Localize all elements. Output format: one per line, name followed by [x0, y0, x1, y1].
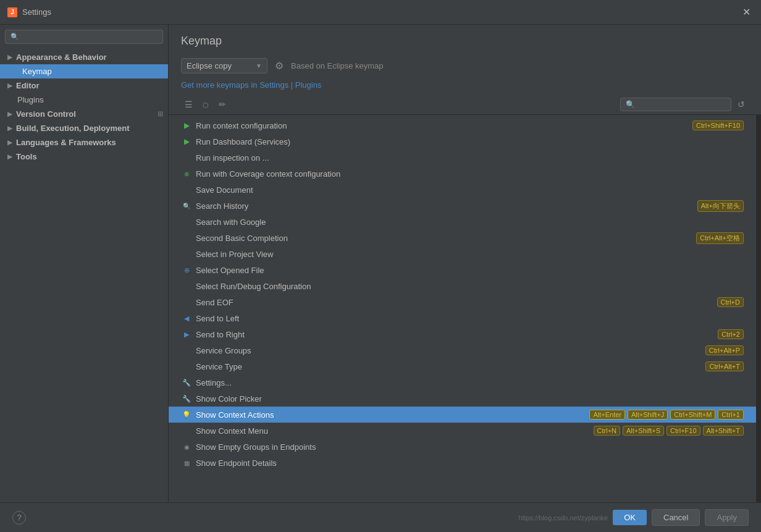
empty-icon — [181, 184, 192, 195]
toolbar: ☰ ⬡ ✏ ↺ — [169, 95, 761, 115]
table-row[interactable]: Search with Google — [169, 214, 756, 230]
row-label: Run inspection on ... — [196, 153, 744, 163]
row-label: Run Dashboard (Services) — [196, 137, 744, 146]
sidebar-item-tools[interactable]: ▶ Tools — [0, 150, 168, 164]
row-label: Save Document — [196, 185, 744, 195]
row-label: Send to Right — [196, 330, 718, 339]
table-row[interactable]: Select in Project View — [169, 246, 756, 262]
dialog-title: Settings — [22, 7, 51, 17]
target-icon: ⊕ — [181, 264, 192, 276]
shortcuts: Ctrl+N Alt+Shift+S Ctrl+F10 Alt+Shift+T — [594, 426, 744, 436]
arrow-icon: ▶ — [7, 111, 12, 117]
table-row[interactable]: ◀ Send to Left — [169, 310, 756, 326]
shortcut-badge: Ctrl+1 — [718, 410, 744, 420]
scrollbar[interactable] — [756, 115, 761, 502]
table-row[interactable]: 💡 Show Context Actions Alt+Enter Alt+Shi… — [169, 407, 756, 423]
shortcuts: Ctrl+Alt+P — [705, 345, 744, 355]
table-row[interactable]: Service Type Ctrl+Alt+T — [169, 358, 756, 374]
row-label: Service Type — [196, 362, 705, 371]
arrow-icon: ▶ — [7, 125, 12, 132]
collapse-all-button[interactable]: ⬡ — [199, 97, 212, 112]
sidebar-item-keymap[interactable]: Keymap — [0, 64, 168, 78]
shortcuts: Ctrl+Alt+空格 — [696, 232, 744, 244]
shortcuts: Ctrl+D — [717, 297, 744, 307]
close-button[interactable]: ✕ — [739, 5, 754, 20]
table-row[interactable]: ▦ Show Endpoint Details — [169, 455, 756, 471]
table-row[interactable]: Service Groups Ctrl+Alt+P — [169, 342, 756, 358]
table-wrapper: ▶ Run context configuration Ctrl+Shift+F… — [169, 115, 761, 502]
shortcut-badge: Ctrl+Alt+P — [705, 345, 744, 355]
table-row[interactable]: ◉ Show Empty Groups in Endpoints — [169, 439, 756, 455]
edit-button[interactable]: ✏ — [215, 97, 230, 112]
row-label: Settings... — [196, 378, 744, 387]
table-row[interactable]: 🔍 Search History Alt+向下箭头 — [169, 198, 756, 214]
arrow-icon: ▶ — [7, 82, 12, 89]
table-row[interactable]: 🔧 Show Color Picker — [169, 391, 756, 407]
row-label: Show Context Actions — [196, 410, 589, 420]
color-picker-icon: 🔧 — [181, 393, 192, 404]
main-content: 🔍 ▶ Appearance & Behavior Keymap ▶ Edito… — [0, 25, 761, 502]
sidebar-item-label: Languages & Frameworks — [16, 138, 116, 147]
app-icon: J — [7, 7, 17, 17]
row-label: Show Context Menu — [196, 426, 594, 436]
expand-icon: ☰ — [185, 99, 193, 109]
chevron-down-icon: ▼ — [256, 62, 262, 69]
empty-icon — [181, 216, 192, 227]
footer-buttons: https://blog.csdn.net/zyplanke OK Cancel… — [518, 509, 749, 526]
table-row[interactable]: ▶ Run Dashboard (Services) — [169, 133, 756, 150]
table-row[interactable]: ▶ Send to Right Ctrl+2 — [169, 326, 756, 342]
sidebar-item-editor[interactable]: ▶ Editor — [0, 78, 168, 93]
play-icon: ▶ — [181, 120, 192, 131]
expand-all-button[interactable]: ☰ — [181, 97, 196, 112]
apply-button[interactable]: Apply — [705, 509, 749, 526]
table-row[interactable]: Save Document — [169, 182, 756, 198]
sidebar-item-build[interactable]: ▶ Build, Execution, Deployment — [0, 121, 168, 135]
sidebar-item-version-control[interactable]: ▶ Version Control ⊞ — [0, 107, 168, 121]
empty-icon — [181, 152, 192, 163]
arrow-icon: ▶ — [7, 153, 12, 160]
arrow-icon: ▶ — [7, 54, 12, 61]
help-button[interactable]: ? — [12, 511, 26, 525]
plugins-link[interactable]: Get more keymaps in Settings | Plugins — [169, 79, 761, 95]
shortcut-badge: Alt+Enter — [589, 410, 625, 420]
url-info: https://blog.csdn.net/zyplanke — [518, 514, 608, 521]
table-row[interactable]: ▶ Run context configuration Ctrl+Shift+F… — [169, 117, 756, 133]
panel-title: Keymap — [169, 25, 761, 53]
empty-icon — [181, 248, 192, 260]
sidebar-item-plugins[interactable]: Plugins — [0, 93, 168, 107]
empty-icon — [181, 361, 192, 372]
cancel-button[interactable]: Cancel — [652, 509, 700, 526]
search-area: ↺ — [620, 97, 749, 112]
row-label: Service Groups — [196, 346, 705, 355]
sidebar-item-label: Tools — [16, 152, 37, 161]
keymap-search-input[interactable] — [620, 98, 731, 111]
table-row[interactable]: ⊕ Select Opened File — [169, 262, 756, 278]
search-history-button[interactable]: ↺ — [734, 97, 749, 112]
keymap-dropdown[interactable]: Eclipse copy ▼ — [181, 58, 267, 74]
sidebar-item-label: Keymap — [22, 67, 52, 76]
shortcut-badge: Alt+Shift+T — [703, 426, 744, 436]
collapse-icon: ⬡ — [203, 101, 209, 109]
bulb-icon: 💡 — [181, 409, 192, 420]
keymap-info: Based on Eclipse keymap — [291, 61, 384, 70]
table-row[interactable]: 🔧 Settings... — [169, 374, 756, 391]
sidebar-item-languages[interactable]: ▶ Languages & Frameworks — [0, 135, 168, 150]
title-bar: J Settings ✕ — [0, 0, 761, 25]
row-label: Select Run/Debug Configuration — [196, 282, 744, 291]
sidebar-item-appearance[interactable]: ▶ Appearance & Behavior — [0, 50, 168, 64]
table-row[interactable]: Send EOF Ctrl+D — [169, 294, 756, 310]
row-label: Search with Google — [196, 217, 744, 227]
shortcut-badge: Ctrl+2 — [718, 329, 744, 339]
table-row[interactable]: Run inspection on ... — [169, 150, 756, 166]
pencil-icon: ✏ — [219, 99, 226, 109]
shortcut-badge: Ctrl+Shift+M — [670, 410, 715, 420]
shortcut-badge: Ctrl+F10 — [666, 426, 700, 436]
sidebar-search[interactable]: 🔍 — [5, 30, 163, 44]
table-row[interactable]: Select Run/Debug Configuration — [169, 278, 756, 294]
table-row[interactable]: ⊕ Run with Coverage context configuratio… — [169, 166, 756, 182]
row-label: Select Opened File — [196, 266, 744, 275]
ok-button[interactable]: OK — [613, 510, 647, 525]
table-row[interactable]: Show Context Menu Ctrl+N Alt+Shift+S Ctr… — [169, 423, 756, 439]
table-row[interactable]: Second Basic Completion Ctrl+Alt+空格 — [169, 230, 756, 246]
gear-icon[interactable]: ⚙ — [272, 57, 286, 74]
